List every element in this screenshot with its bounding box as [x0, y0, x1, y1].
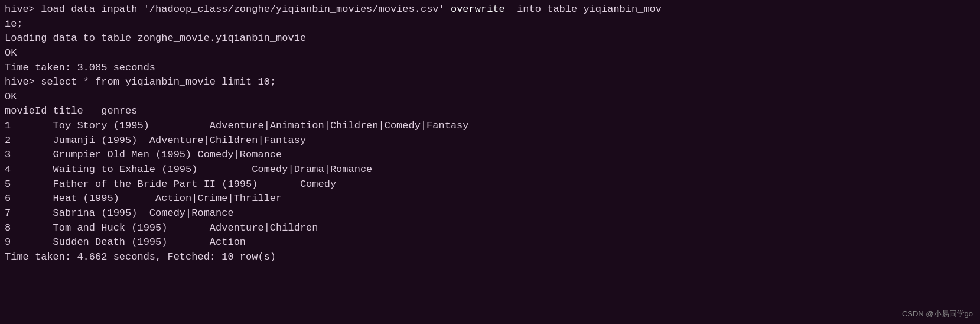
- terminal-line-4: Time taken: 3.085 seconds: [5, 61, 975, 76]
- terminal-line-3: OK: [5, 46, 975, 61]
- terminal-line-1: hive> load data inpath '/hadoop_class/zo…: [5, 2, 975, 17]
- terminal-line-15: 8 Tom and Huck (1995) Adventure|Children: [5, 221, 975, 236]
- terminal-line-7: movieId title genres: [5, 104, 975, 119]
- output-time-2: Time taken: 4.662 seconds, Fetched: 10 r…: [5, 251, 276, 263]
- terminal-line-5: hive> select * from yiqianbin_movie limi…: [5, 75, 975, 90]
- keyword-overwrite: overwrite: [451, 4, 505, 15]
- terminal-line-2: Loading data to table zonghe_movie.yiqia…: [5, 31, 975, 46]
- data-row-1: 1 Toy Story (1995) Adventure|Animation|C…: [5, 120, 469, 131]
- terminal-line-8: 1 Toy Story (1995) Adventure|Animation|C…: [5, 119, 975, 134]
- terminal-line-10: 3 Grumpier Old Men (1995) Comedy|Romance: [5, 148, 975, 163]
- data-row-6: 6 Heat (1995) Action|Crime|Thriller: [5, 193, 282, 204]
- output-ok-1: OK: [5, 47, 17, 59]
- terminal-line-6: OK: [5, 90, 975, 105]
- data-row-4: 4 Waiting to Exhale (1995) Comedy|Drama|…: [5, 164, 372, 175]
- output-time-1: Time taken: 3.085 seconds: [5, 62, 155, 73]
- terminal-line-14: 7 Sabrina (1995) Comedy|Romance: [5, 206, 975, 221]
- terminal-line-1b: ie;: [5, 17, 975, 32]
- terminal-line-16: 9 Sudden Death (1995) Action: [5, 235, 975, 250]
- output-ok-2: OK: [5, 91, 17, 102]
- watermark: CSDN @小易同学go: [902, 309, 973, 319]
- data-row-5: 5 Father of the Bride Part II (1995) Com…: [5, 179, 336, 190]
- command-1: load data inpath '/hadoop_class/zonghe/y…: [41, 4, 662, 15]
- col-header: movieId title genres: [5, 105, 137, 116]
- command-2: select * from yiqianbin_movie limit 10;: [41, 76, 276, 88]
- terminal-window: hive> load data inpath '/hadoop_class/zo…: [0, 0, 980, 324]
- data-row-9: 9 Sudden Death (1995) Action: [5, 236, 246, 248]
- data-row-3: 3 Grumpier Old Men (1995) Comedy|Romance: [5, 149, 282, 160]
- terminal-line-17: Time taken: 4.662 seconds, Fetched: 10 r…: [5, 250, 975, 265]
- prompt-1: hive>: [5, 4, 41, 15]
- prompt-2: hive>: [5, 76, 41, 88]
- terminal-line-13: 6 Heat (1995) Action|Crime|Thriller: [5, 192, 975, 206]
- data-row-7: 7 Sabrina (1995) Comedy|Romance: [5, 208, 234, 219]
- output-loading: Loading data to table zonghe_movie.yiqia…: [5, 33, 306, 44]
- terminal-line-9: 2 Jumanji (1995) Adventure|Children|Fant…: [5, 134, 975, 148]
- terminal-line-12: 5 Father of the Bride Part II (1995) Com…: [5, 177, 975, 192]
- command-1b: ie;: [5, 18, 23, 30]
- data-row-2: 2 Jumanji (1995) Adventure|Children|Fant…: [5, 135, 306, 146]
- data-row-8: 8 Tom and Huck (1995) Adventure|Children: [5, 222, 318, 234]
- terminal-line-11: 4 Waiting to Exhale (1995) Comedy|Drama|…: [5, 163, 975, 177]
